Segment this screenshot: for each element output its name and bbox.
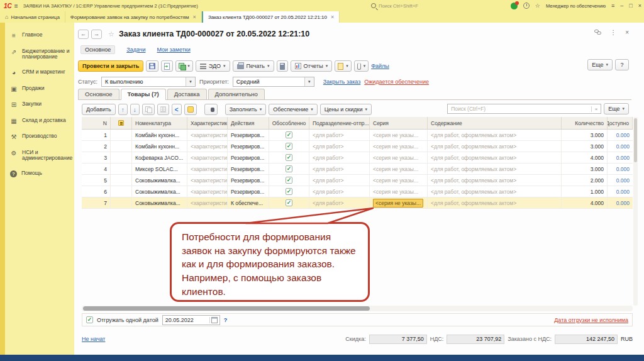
cell-n[interactable]: 5 xyxy=(82,175,111,186)
window-tab[interactable]: Заказ клиента ТД00-000027 от 20.05.2022 … xyxy=(202,11,340,23)
cell-action[interactable]: Резервиров... xyxy=(228,130,269,140)
column-header[interactable]: Действия xyxy=(228,117,269,129)
cell-available[interactable]: 0.000 xyxy=(608,175,633,186)
cell-nomenclature[interactable]: Комбайн кухонн... xyxy=(132,141,187,152)
cell-qty[interactable]: 3.000 xyxy=(562,141,608,152)
cell-nomenclature[interactable]: Соковыжималка... xyxy=(132,186,187,197)
cell-nomenclature[interactable]: Соковыжималка... xyxy=(132,197,187,208)
cell-department[interactable]: <для работ> xyxy=(309,164,370,174)
cell-characteristic[interactable]: <характеристики... xyxy=(187,164,228,174)
supply-button[interactable]: Обеспечение▾ xyxy=(269,104,317,115)
sidebar-item-chart[interactable]: ⇗Бюджетирование и планирование xyxy=(5,44,74,65)
column-header[interactable]: Доступно xyxy=(608,117,633,129)
cell-content[interactable]: <для работ, оформляемых актом> xyxy=(428,130,562,140)
cell-qty[interactable]: 1.000 xyxy=(562,186,608,197)
cell-available[interactable]: 0.000 xyxy=(608,164,633,174)
cell-series[interactable]: <серия не указы... xyxy=(370,152,428,163)
cell-series[interactable]: <серия не указы... xyxy=(370,130,428,140)
more-menu-icon[interactable]: ⋮ xyxy=(610,29,616,36)
cell-department[interactable]: <для работ> xyxy=(309,186,370,197)
awaiting-supply-link[interactable]: Ожидается обеспечение xyxy=(364,79,429,85)
prices-discounts-button[interactable]: Цены и скидки▾ xyxy=(320,104,372,115)
cell-separate[interactable]: ✓ xyxy=(269,164,309,174)
table-row[interactable]: 5Соковыжималка...<характеристики...Резер… xyxy=(82,175,633,186)
cell-qty[interactable]: 4.000 xyxy=(562,197,608,208)
cell-department[interactable]: <для работ> xyxy=(309,152,370,163)
cell-department[interactable]: <для работ> xyxy=(309,130,370,140)
column-header[interactable]: Подразделение-отпр... xyxy=(309,117,370,129)
tab--7-[interactable]: Товары (7) xyxy=(121,89,166,100)
cell-available[interactable]: 0.000 xyxy=(608,130,633,140)
dropdown-arrow-icon[interactable]: ▾ xyxy=(304,77,314,86)
cell-flag[interactable] xyxy=(111,152,132,163)
linked-structure-button[interactable]: < xyxy=(172,104,182,115)
cell-action[interactable]: Резервиров... xyxy=(228,186,269,197)
cell-qty[interactable]: 4.000 xyxy=(562,152,608,163)
cell-separate[interactable]: ✓ xyxy=(269,141,309,152)
table-row[interactable]: 4Миксер SOLAC...<характеристики...Резерв… xyxy=(82,164,633,175)
discussions-icon[interactable] xyxy=(511,3,518,9)
sidebar-item-pie[interactable]: ◕CRM и маркетинг xyxy=(5,65,74,81)
forward-button[interactable]: → xyxy=(91,30,102,39)
column-header[interactable]: Характеристика xyxy=(187,117,228,129)
more-button[interactable]: Еще▾ xyxy=(587,59,613,70)
tab--[interactable]: Дополнительно xyxy=(208,89,265,99)
sidebar-item-gear[interactable]: ⚙НСИ и администрирование xyxy=(5,145,74,167)
save-button[interactable] xyxy=(146,60,158,72)
cell-content[interactable]: <для работ, оформляемых актом> xyxy=(428,175,562,186)
nav-main[interactable]: Основное xyxy=(80,45,115,54)
cell-department[interactable]: <для работ> xyxy=(309,175,370,186)
dropdown-arrow-icon[interactable]: ▾ xyxy=(186,77,195,86)
table-row[interactable]: 6Соковыжималка...<характеристики...Резер… xyxy=(82,186,633,197)
cell-available[interactable]: 0.000 xyxy=(608,186,633,197)
cell-n[interactable]: 6 xyxy=(82,186,111,197)
cell-characteristic[interactable]: <характеристики... xyxy=(187,141,228,152)
copy-row-button[interactable] xyxy=(142,104,155,115)
sidebar-item-help[interactable]: ?Помощь xyxy=(5,166,74,182)
ship-date-input[interactable]: 20.05.2022 xyxy=(162,315,220,325)
cell-series[interactable]: <серия не указы... xyxy=(370,175,428,186)
create-based-on-button[interactable]: ▾ xyxy=(175,60,193,72)
find-button[interactable] xyxy=(204,104,218,115)
table-row[interactable]: 3Кофеварка JACO...<характеристики...Резе… xyxy=(82,152,633,164)
history-icon[interactable] xyxy=(523,3,530,9)
cell-nomenclature[interactable]: Миксер SOLAC... xyxy=(132,164,187,174)
global-search-input[interactable]: Поиск Ctrl+Shift+F xyxy=(371,1,484,10)
cell-qty[interactable]: 2.000 xyxy=(562,175,608,186)
separate-checkbox[interactable]: ✓ xyxy=(286,177,292,184)
cell-characteristic[interactable]: <характеристики... xyxy=(187,152,228,163)
separate-checkbox[interactable]: ✓ xyxy=(286,188,292,195)
sidebar-item-menu[interactable]: ≡Главное xyxy=(5,28,74,44)
cell-series[interactable]: <серия не указы... xyxy=(370,141,428,152)
move-down-button[interactable]: ↓ xyxy=(130,104,140,115)
cell-separate[interactable]: ✓ xyxy=(269,152,309,163)
column-header[interactable]: N xyxy=(82,117,111,129)
close-form-icon[interactable]: × xyxy=(625,29,629,36)
restore-button[interactable]: □ xyxy=(629,3,632,9)
table-row[interactable]: 2Комбайн кухонн...<характеристики...Резе… xyxy=(82,141,633,152)
column-header[interactable] xyxy=(111,117,132,129)
cell-flag[interactable] xyxy=(111,186,132,197)
cell-n[interactable]: 1 xyxy=(82,130,111,140)
sidebar-item-cart[interactable]: ⊞Закупки xyxy=(5,97,74,113)
priority-select[interactable]: Средний ▾ xyxy=(233,77,314,87)
column-header[interactable]: Содержание xyxy=(428,117,562,129)
cell-flag[interactable] xyxy=(111,164,132,174)
cell-characteristic[interactable]: <характеристики... xyxy=(187,197,228,208)
edo-button[interactable]: ЭДО▾ xyxy=(196,60,230,72)
files-link[interactable]: Файлы xyxy=(371,63,389,69)
cell-series[interactable]: <серия не указы... xyxy=(370,164,428,174)
user-name[interactable]: Менеджер по обеспечению xyxy=(546,3,606,9)
cell-flag[interactable] xyxy=(111,141,132,152)
clear-search-icon[interactable]: × xyxy=(591,106,601,112)
column-header[interactable]: Обособленно xyxy=(269,117,309,129)
close-order-link[interactable]: Закрыть заказ xyxy=(323,79,360,85)
calculator-button[interactable] xyxy=(277,60,288,72)
separate-checkbox[interactable]: ✓ xyxy=(286,165,292,172)
separate-checkbox[interactable]: ✓ xyxy=(286,143,292,150)
cell-available[interactable]: 0.000 xyxy=(608,141,633,152)
cell-flag[interactable] xyxy=(111,130,132,140)
cell-qty[interactable]: 3.000 xyxy=(562,130,608,140)
table-row[interactable]: 1Комбайн кухонн...<характеристики...Резе… xyxy=(82,130,633,141)
help-button[interactable]: ? xyxy=(615,59,629,70)
